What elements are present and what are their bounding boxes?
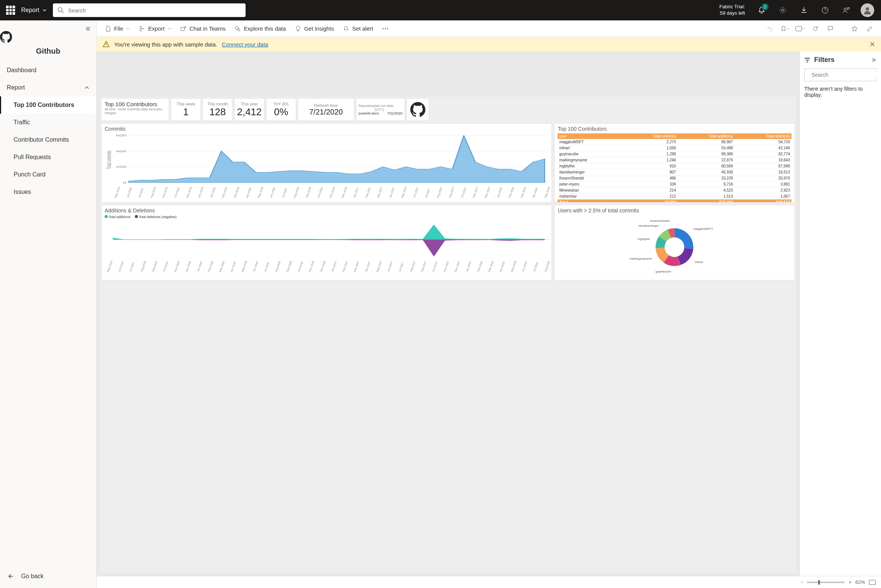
report-canvas[interactable]: Top 100 Contributors all time - Note: co… xyxy=(100,97,796,573)
get-insights-button[interactable]: Get insights xyxy=(291,23,338,34)
notification-badge: 2 xyxy=(762,3,768,10)
search-box[interactable] xyxy=(53,3,246,17)
settings-button[interactable] xyxy=(775,3,790,18)
report-canvas-area: Top 100 Contributors all time - Note: co… xyxy=(97,51,799,576)
sidebar-item-report[interactable]: Report xyxy=(0,79,96,96)
sidebar-item-pull-requests[interactable]: Pull Requests xyxy=(0,149,96,166)
zoom-slider[interactable] xyxy=(807,582,845,583)
feedback-button[interactable] xyxy=(839,3,854,18)
repo-info-card[interactable]: Repositorylast run date (UTC) powerbi-do… xyxy=(356,98,405,121)
zoom-out-button[interactable]: − xyxy=(801,579,804,585)
go-back-button[interactable]: Go back xyxy=(0,565,96,588)
collapse-sidebar-button[interactable] xyxy=(85,26,91,32)
view-icon xyxy=(795,26,802,31)
expand-filters-button[interactable] xyxy=(871,57,876,63)
explore-data-button[interactable]: Explore this data xyxy=(231,23,290,34)
sidebar-item-dashboard[interactable]: Dashboard xyxy=(0,62,96,79)
octocat-card xyxy=(406,98,429,121)
view-button[interactable] xyxy=(793,22,807,36)
kpi-year[interactable]: This year2,412 xyxy=(234,98,264,121)
pencil-icon xyxy=(867,26,873,32)
sidebar-item-top100[interactable]: Top 100 Contributors xyxy=(0,96,96,114)
contributors-data-table: userTotal commitsTotal additionsTotal de… xyxy=(558,133,791,203)
teams-icon xyxy=(181,26,187,32)
fit-page-icon xyxy=(869,580,876,585)
report-title-card[interactable]: Top 100 Contributors all time - Note: co… xyxy=(101,98,169,121)
svg-text:400: 400 xyxy=(116,149,127,153)
chat-teams-button[interactable]: Chat in Teams xyxy=(177,23,230,34)
filters-header: Filters xyxy=(804,56,876,64)
fit-to-page-button[interactable] xyxy=(869,580,876,585)
banner-text: You're viewing this app with sample data… xyxy=(114,41,217,48)
trial-status: Fabric Trial: 59 days left xyxy=(719,4,745,17)
github-icon xyxy=(0,31,12,43)
nav-sidebar: Github Dashboard Report Top 100 Contribu… xyxy=(0,20,97,588)
bookmark-button[interactable] xyxy=(778,22,792,36)
download-button[interactable] xyxy=(796,3,811,18)
contributors-table[interactable]: Top 100 Contributors userTotal commitsTo… xyxy=(554,123,795,203)
octocat-icon xyxy=(410,102,425,117)
connect-data-link[interactable]: Connect your data xyxy=(222,41,268,48)
close-icon xyxy=(870,42,875,47)
explore-icon xyxy=(235,26,241,32)
undo-button[interactable] xyxy=(763,22,777,36)
svg-point-0 xyxy=(58,8,62,12)
filters-search[interactable] xyxy=(804,68,876,81)
zoom-in-button[interactable]: + xyxy=(849,579,852,585)
svg-point-2 xyxy=(822,7,828,13)
chevron-down-icon xyxy=(802,27,805,30)
app-header: Report Fabric Trial: 59 days left 2 xyxy=(0,0,881,20)
filters-search-input[interactable] xyxy=(811,72,878,78)
svg-text:markingmyname: markingmyname xyxy=(630,257,652,260)
donut-chart[interactable]: Users with > 2.5% of total commits maggi… xyxy=(554,205,795,280)
chevron-down-icon xyxy=(168,27,172,31)
star-icon xyxy=(852,26,858,32)
sidebar-item-punch-card[interactable]: Punch Card xyxy=(0,166,96,183)
svg-text:KesemSharabi: KesemSharabi xyxy=(650,219,670,223)
favorite-button[interactable] xyxy=(848,22,861,36)
additions-deletions-chart[interactable]: Additions & Deletions Total additions To… xyxy=(101,205,552,280)
app-header-block: Github xyxy=(0,20,96,62)
arrow-left-icon xyxy=(7,573,14,580)
file-menu[interactable]: File xyxy=(101,23,134,34)
sidebar-item-contributor-commits[interactable]: Contributor Commits xyxy=(0,131,96,149)
svg-point-6 xyxy=(184,26,186,28)
account-button[interactable] xyxy=(860,3,875,18)
download-icon xyxy=(800,6,808,14)
comment-icon xyxy=(827,26,833,32)
notifications-button[interactable]: 2 xyxy=(754,3,769,18)
help-icon xyxy=(821,6,829,14)
refresh-button[interactable] xyxy=(808,22,822,36)
banner-close-button[interactable] xyxy=(870,42,875,47)
refresh-icon xyxy=(812,26,818,32)
commits-area-chart: 0200400600Total commits xyxy=(105,133,549,186)
search-icon xyxy=(57,7,64,14)
content-area: File Export Chat in Teams Explore this d… xyxy=(97,20,881,588)
app-launcher-icon[interactable] xyxy=(6,6,15,15)
sample-data-banner: You're viewing this app with sample data… xyxy=(97,37,881,51)
svg-rect-12 xyxy=(796,26,802,31)
additions-deletions-area xyxy=(105,219,549,260)
kpi-week[interactable]: This week1 xyxy=(171,98,201,121)
set-alert-button[interactable]: Set alert xyxy=(339,23,377,34)
kpi-refresh[interactable]: Refresh time7/21/2020 xyxy=(298,98,354,121)
export-menu[interactable]: Export xyxy=(135,23,175,34)
sidebar-item-issues[interactable]: Issues xyxy=(0,183,96,201)
person-icon xyxy=(863,6,872,14)
more-options-button[interactable] xyxy=(379,22,392,36)
commits-chart[interactable]: Commits 0200400600Total commits May-2015… xyxy=(101,123,552,203)
help-button[interactable] xyxy=(818,3,833,18)
edit-button[interactable] xyxy=(863,22,876,36)
svg-point-3 xyxy=(844,8,846,10)
status-bar: − + 62% xyxy=(97,576,881,588)
bookmark-icon xyxy=(781,26,787,32)
report-dropdown[interactable]: Report xyxy=(21,7,47,14)
kpi-month[interactable]: This month128 xyxy=(202,98,233,121)
search-input[interactable] xyxy=(68,7,241,14)
svg-text:davidiseminger: davidiseminger xyxy=(638,224,659,227)
kpi-yoy[interactable]: YoY Δ%0% xyxy=(266,98,296,121)
chevron-double-right-icon xyxy=(871,57,876,63)
comment-button[interactable] xyxy=(824,22,837,36)
sidebar-item-traffic[interactable]: Traffic xyxy=(0,114,96,131)
svg-text:Total commits: Total commits xyxy=(105,150,113,169)
